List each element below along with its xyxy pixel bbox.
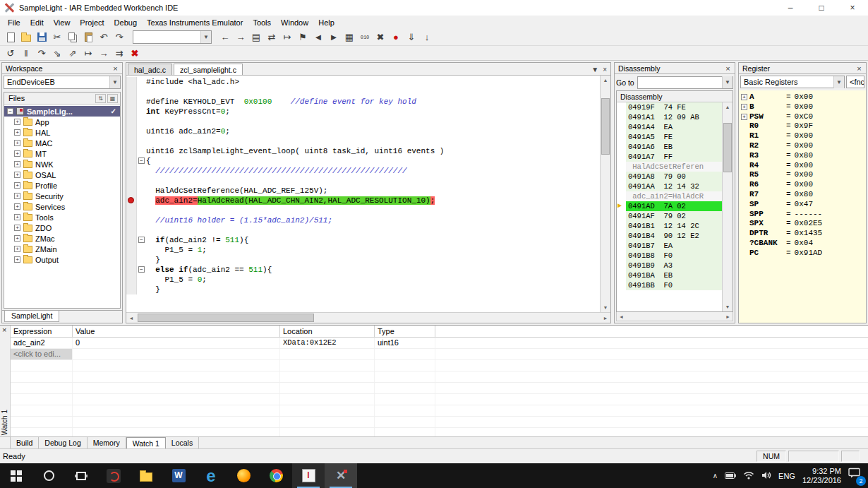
disassembly-row[interactable]: adc_ain2=HalAdcR [617, 191, 722, 201]
chevron-down-icon[interactable]: ▼ [833, 76, 844, 88]
tree-item-tools[interactable]: +Tools [4, 212, 120, 222]
toolbar-search-combo[interactable]: ▼ [133, 30, 212, 44]
disassembly-row[interactable]: 0491A5 FE [617, 132, 722, 142]
disassembly-row[interactable]: 0491A6 EB [617, 142, 722, 152]
register-row-SP[interactable]: SP=0x47 [740, 200, 866, 210]
code-line[interactable] [126, 206, 600, 215]
breakpoint-margin[interactable] [126, 146, 137, 156]
step-over-icon[interactable]: ↷ [34, 46, 49, 60]
tree-item-security[interactable]: +Security [4, 191, 120, 201]
editor-close-icon[interactable]: × [603, 66, 607, 73]
breakpoint-margin[interactable] [126, 186, 137, 196]
scroll-thumb[interactable] [723, 123, 732, 172]
scroll-thumb-h[interactable] [138, 314, 314, 322]
goto-dropdown[interactable]: ▼ [637, 76, 733, 89]
step-out-icon[interactable]: ⇗ [65, 46, 80, 60]
save-icon[interactable] [34, 30, 49, 44]
code-line[interactable]: #define KEYHOLD_EVT 0x0100 //define even… [126, 97, 600, 107]
register-row-DPTR[interactable]: DPTR=0x1435 [740, 229, 866, 239]
code-line[interactable]: P1_5 = 1; [126, 245, 600, 255]
run-to-cursor-icon[interactable]: → [96, 46, 111, 60]
scroll-right-icon[interactable]: ► [725, 314, 730, 319]
disassembly-list[interactable]: 04919F 74 FE0491A1 12 09 AB0491A4 EA0491… [617, 102, 722, 311]
menu-help[interactable]: Help [313, 17, 339, 28]
breakpoint-margin[interactable] [126, 235, 137, 245]
register-row-R2[interactable]: R2=0x00 [740, 141, 866, 151]
tree-expand-icon[interactable]: + [14, 182, 20, 189]
disassembly-row[interactable]: ►0491AD 7A 02 [617, 201, 722, 211]
code-line[interactable]: uint16 adc_ain2=0; [126, 126, 600, 136]
tree-item-output[interactable]: +Output [4, 254, 120, 265]
disassembly-row[interactable]: HalAdcSetReferen [617, 162, 722, 172]
watch-column-header[interactable]: Type [375, 326, 435, 337]
bottom-tab-memory[interactable]: Memory [88, 437, 126, 448]
code-line[interactable]: } [126, 285, 600, 294]
code-area[interactable]: #include <hal_adc.h>#define KEYHOLD_EVT … [126, 76, 600, 312]
editor-tab-zcl_samplelight-c[interactable]: zcl_samplelight.c [174, 64, 243, 75]
tree-expand-icon[interactable]: + [14, 150, 20, 157]
scroll-track-h[interactable] [136, 313, 601, 323]
breakpoint-icon[interactable] [128, 197, 134, 203]
breakpoint-margin[interactable] [126, 77, 137, 87]
wifi-icon[interactable] [743, 471, 754, 481]
tree-expand-icon[interactable]: + [14, 235, 20, 242]
register-row-R0[interactable]: R0=0x9F [740, 121, 866, 131]
next-bookmark-icon[interactable]: ► [326, 30, 342, 44]
breakpoint-margin[interactable] [126, 196, 137, 206]
minimize-button[interactable]: – [775, 0, 806, 16]
menu-edit[interactable]: Edit [25, 17, 49, 28]
disassembly-row[interactable]: 0491B1 12 14 2C [617, 221, 722, 231]
sort-files-icon[interactable]: ⇅ [95, 94, 106, 103]
register-close-icon[interactable]: × [855, 64, 864, 73]
download-debug-icon[interactable]: ⇓ [404, 30, 419, 44]
replace-icon[interactable]: ⇄ [264, 30, 279, 44]
chevron-down-icon[interactable]: ▼ [109, 76, 120, 88]
register-row-SPX[interactable]: SPX=0x02E5 [740, 219, 866, 229]
tree-item-hal[interactable]: +HAL [4, 127, 120, 138]
tree-item-osal[interactable]: +OSAL [4, 169, 120, 180]
breakpoint-margin[interactable] [126, 136, 137, 146]
menu-view[interactable]: View [49, 17, 76, 28]
register-row-R3[interactable]: R3=0x80 [740, 151, 866, 161]
disassembly-row[interactable]: 0491B4 90 12 E2 [617, 231, 722, 241]
tree-expand-icon[interactable]: + [14, 129, 20, 136]
toggle-bookmark-icon[interactable]: ⚑ [295, 30, 311, 44]
scroll-down-icon[interactable]: ▼ [723, 302, 733, 311]
bottom-tab-locals[interactable]: Locals [166, 437, 199, 448]
start-button[interactable] [0, 463, 32, 488]
taskbar-app-iar-workbench[interactable] [325, 463, 357, 488]
open-file-icon[interactable] [18, 30, 34, 44]
tree-expand-icon[interactable]: + [14, 225, 20, 231]
tree-item-nwk[interactable]: +NWK [4, 159, 120, 169]
find-in-files-icon[interactable]: ▤ [248, 30, 264, 44]
register-row-R5[interactable]: R5=0x00 [740, 170, 866, 180]
disassembly-row[interactable]: 0491BA EB [617, 270, 722, 280]
taskbar-app-word[interactable] [162, 463, 195, 488]
breakpoint-margin[interactable] [126, 156, 137, 166]
goto-icon[interactable]: ↦ [279, 30, 295, 44]
disassembly-row[interactable]: 0491B7 EA [617, 241, 722, 251]
tree-item-project[interactable]: −SampleLig...✓ [4, 106, 120, 117]
code-line[interactable]: #include <hal_adc.h> [126, 77, 600, 87]
code-line[interactable] [126, 117, 600, 126]
stop-debugging-icon[interactable]: ✖ [127, 46, 143, 60]
speaker-icon[interactable] [761, 471, 771, 481]
watch-column-header[interactable]: Expression [11, 326, 73, 337]
register-row-R1[interactable]: R1=0x00 [740, 131, 866, 141]
register-group-dropdown[interactable]: Basic Registers ▼ [740, 76, 845, 88]
tree-item-services[interactable]: +Services [4, 201, 120, 212]
tree-expand-icon[interactable]: + [14, 246, 20, 252]
disassembly-row[interactable]: 0491A8 79 00 [617, 172, 722, 181]
notification-center-icon[interactable]: 2 [848, 468, 864, 484]
code-line[interactable] [126, 87, 600, 97]
watch-close-icon[interactable]: × [2, 326, 6, 334]
disassembly-row[interactable]: 0491B9 A3 [617, 261, 722, 270]
breakpoint-margin[interactable] [126, 215, 137, 225]
breakpoint-margin[interactable] [126, 166, 137, 176]
tree-expand-icon[interactable]: + [14, 161, 20, 167]
paste-icon[interactable] [80, 30, 96, 44]
breakpoint-margin[interactable] [126, 126, 137, 136]
prev-bookmark-icon[interactable]: ◄ [311, 30, 326, 44]
fold-collapse-icon[interactable]: − [138, 266, 145, 273]
disassembly-horizontal-scrollbar[interactable]: ◄ ► [616, 312, 733, 321]
